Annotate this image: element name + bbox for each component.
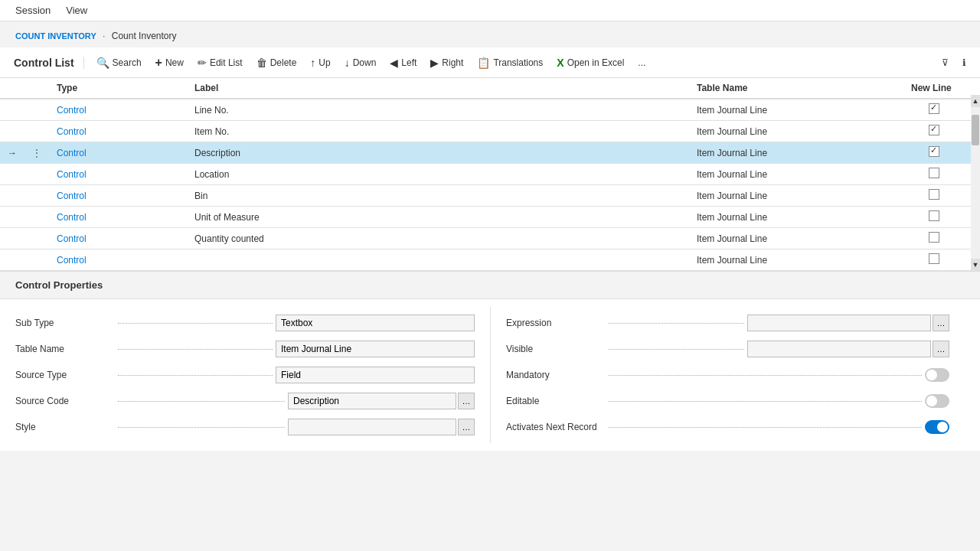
- delete-button[interactable]: 🗑 Delete: [250, 51, 303, 75]
- row-context-menu[interactable]: [24, 164, 49, 185]
- toolbar-right-actions: ⊽ ℹ: [936, 51, 972, 75]
- search-button[interactable]: 🔍 Search: [90, 51, 148, 75]
- row-table-name: Item Journal Line: [689, 99, 903, 121]
- row-context-menu[interactable]: [24, 207, 49, 228]
- scroll-track[interactable]: [971, 107, 980, 259]
- row-context-menu[interactable]: ⋮: [24, 142, 49, 164]
- row-table-name: Item Journal Line: [689, 228, 903, 249]
- prop-label: Expression: [506, 318, 606, 328]
- prop-toggle-editable[interactable]: [925, 394, 949, 408]
- breadcrumb-parent[interactable]: COUNT INVENTORY: [15, 31, 96, 41]
- open-excel-button[interactable]: X Open in Excel: [550, 51, 630, 75]
- table-row[interactable]: ControlUnit of MeasureItem Journal Line: [0, 207, 980, 228]
- prop-lookup-button[interactable]: …: [458, 393, 475, 409]
- prop-toggle-activates-next-record[interactable]: [925, 420, 949, 434]
- row-new-line[interactable]: ✓: [903, 142, 965, 164]
- row-new-line[interactable]: ✓: [903, 99, 965, 121]
- prop-label: Sub Type: [15, 318, 115, 328]
- prop-input-source-type[interactable]: [276, 367, 475, 383]
- prop-dots: [118, 427, 285, 428]
- new-line-checkbox[interactable]: ✓: [929, 103, 939, 114]
- table-row[interactable]: ControlItem Journal Line: [0, 249, 980, 271]
- row-context-menu[interactable]: [24, 249, 49, 271]
- down-icon: ↓: [345, 57, 350, 69]
- new-line-checkbox[interactable]: [929, 168, 939, 178]
- new-line-checkbox[interactable]: [929, 210, 939, 221]
- new-line-checkbox[interactable]: [929, 189, 939, 200]
- row-arrow: [0, 121, 24, 142]
- row-type: Control: [49, 121, 187, 142]
- more-button[interactable]: ...: [632, 51, 652, 75]
- prop-label: Activates Next Record: [506, 422, 606, 432]
- menu-view[interactable]: View: [58, 0, 95, 21]
- row-context-menu[interactable]: [24, 228, 49, 249]
- row-new-line[interactable]: [903, 185, 965, 207]
- row-type: Control: [49, 207, 187, 228]
- info-button[interactable]: ℹ: [956, 51, 972, 75]
- edit-list-button[interactable]: ✏ Edit List: [191, 51, 249, 75]
- prop-input-expression[interactable]: [747, 315, 931, 331]
- prop-dots: [609, 349, 744, 350]
- row-context-menu[interactable]: [24, 121, 49, 142]
- right-button[interactable]: ▶ Right: [424, 51, 469, 75]
- scroll-down-button[interactable]: ▼: [971, 259, 980, 271]
- breadcrumb-separator: ·: [103, 31, 105, 41]
- row-context-menu[interactable]: [24, 185, 49, 207]
- prop-input-sub-type[interactable]: [276, 315, 475, 331]
- left-icon: ◀: [390, 57, 398, 69]
- prop-input-source-code[interactable]: [288, 393, 456, 409]
- table-row[interactable]: ControlQuantity countedItem Journal Line: [0, 228, 980, 249]
- new-line-checkbox[interactable]: [929, 232, 939, 243]
- prop-dots: [118, 323, 273, 324]
- new-icon: +: [155, 56, 162, 70]
- vertical-scrollbar[interactable]: ▲ ▼: [971, 95, 980, 271]
- prop-lookup-button[interactable]: …: [933, 341, 949, 357]
- left-label: Left: [401, 57, 416, 68]
- left-button[interactable]: ◀ Left: [384, 51, 423, 75]
- table-row[interactable]: ControlLocationItem Journal Line: [0, 164, 980, 185]
- new-line-checkbox[interactable]: [929, 253, 939, 264]
- table-row[interactable]: ControlItem No.Item Journal Line✓: [0, 121, 980, 142]
- excel-icon: X: [557, 57, 564, 69]
- prop-lookup-button[interactable]: …: [458, 419, 475, 435]
- up-label: Up: [318, 57, 330, 68]
- translations-label: Translations: [493, 57, 543, 68]
- row-type: Control: [49, 164, 187, 185]
- row-new-line[interactable]: [903, 228, 965, 249]
- toolbar: Control List 🔍 Search + New ✏ Edit List …: [0, 47, 980, 78]
- row-new-line[interactable]: [903, 207, 965, 228]
- row-label: Description: [187, 142, 689, 164]
- table-row[interactable]: →⋮ControlDescriptionItem Journal Line✓: [0, 142, 980, 164]
- prop-input-style[interactable]: [288, 419, 456, 435]
- table-row[interactable]: ControlLine No.Item Journal Line✓: [0, 99, 980, 121]
- new-line-checkbox[interactable]: ✓: [929, 125, 939, 135]
- prop-lookup-button[interactable]: …: [933, 315, 949, 331]
- row-arrow: [0, 164, 24, 185]
- row-type: Control: [49, 99, 187, 121]
- row-arrow: →: [0, 142, 24, 164]
- table-row[interactable]: ControlBinItem Journal Line: [0, 185, 980, 207]
- filter-button[interactable]: ⊽: [936, 51, 955, 75]
- down-label: Down: [353, 57, 377, 68]
- info-icon: ℹ: [962, 57, 966, 68]
- prop-input-visible[interactable]: [747, 341, 931, 357]
- translations-button[interactable]: 📋 Translations: [471, 51, 549, 75]
- prop-toggle-mandatory[interactable]: [925, 368, 949, 382]
- row-new-line[interactable]: [903, 249, 965, 271]
- prop-label: Table Name: [15, 344, 115, 354]
- prop-input-table-name[interactable]: [276, 341, 475, 357]
- down-button[interactable]: ↓ Down: [338, 51, 383, 75]
- up-button[interactable]: ↑ Up: [304, 51, 336, 75]
- prop-value: …: [288, 419, 475, 435]
- properties-right-col: Expression…Visible…MandatoryEditableActi…: [490, 307, 965, 443]
- row-new-line[interactable]: ✓: [903, 121, 965, 142]
- row-new-line[interactable]: [903, 164, 965, 185]
- scroll-thumb[interactable]: [972, 115, 979, 145]
- menu-session[interactable]: Session: [8, 0, 58, 21]
- scroll-up-button[interactable]: ▲: [971, 95, 980, 107]
- prop-dots: [118, 349, 273, 350]
- new-button[interactable]: + New: [149, 51, 190, 75]
- prop-value: [276, 367, 475, 383]
- row-context-menu[interactable]: [24, 99, 49, 121]
- new-line-checkbox[interactable]: ✓: [929, 146, 939, 157]
